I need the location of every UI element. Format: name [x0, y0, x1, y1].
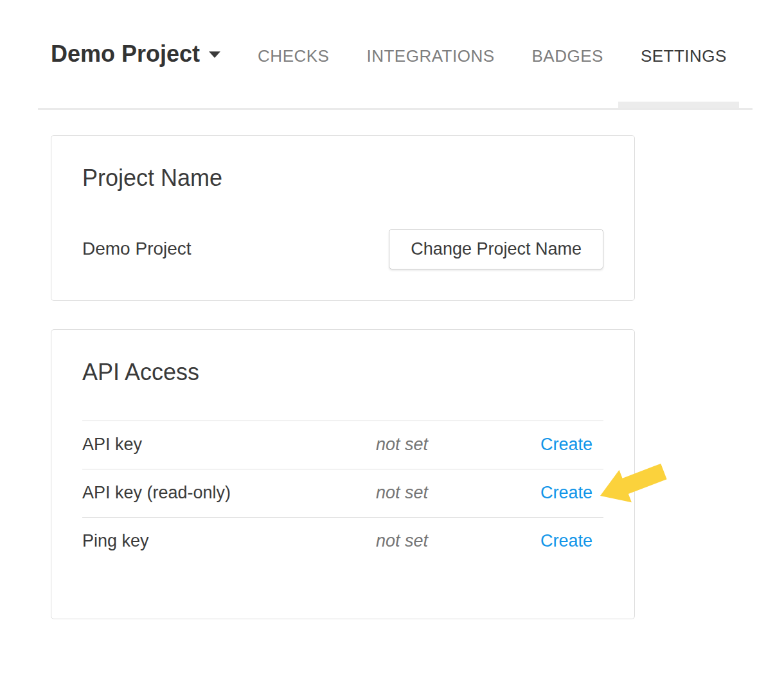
caret-down-icon [209, 51, 220, 58]
tab-settings[interactable]: SETTINGS [641, 48, 727, 64]
project-switcher-label: Demo Project [51, 41, 200, 67]
create-ping-key-link[interactable]: Create [540, 531, 592, 551]
create-readonly-api-key-link[interactable]: Create [540, 483, 592, 503]
project-name-card: Project Name Demo Project Change Project… [51, 135, 635, 301]
api-keys-table: API key not set Create API key (read-onl… [82, 421, 603, 565]
tab-checks[interactable]: CHECKS [258, 48, 329, 64]
table-row-api-key: API key not set Create [82, 421, 603, 469]
project-switcher[interactable]: Demo Project [51, 42, 220, 66]
change-project-name-button[interactable]: Change Project Name [389, 229, 603, 269]
top-navigation: Demo Project CHECKS INTEGRATIONS BADGES … [0, 0, 784, 66]
current-project-name: Demo Project [82, 239, 192, 259]
tab-badges[interactable]: BADGES [532, 48, 603, 64]
api-access-card-title: API Access [82, 359, 603, 385]
row-value: not set [376, 531, 540, 551]
project-tabs: CHECKS INTEGRATIONS BADGES SETTINGS [258, 48, 727, 64]
row-label: API key [82, 435, 376, 455]
table-row-ping-key: Ping key not set Create [82, 517, 603, 565]
row-label: Ping key [82, 531, 376, 551]
header-divider [38, 108, 753, 110]
row-value: not set [376, 483, 540, 503]
table-row-api-key-read-only: API key (read-only) not set Create [82, 469, 603, 517]
project-name-row: Demo Project Change Project Name [82, 229, 603, 269]
api-access-card: API Access API key not set Create API ke… [51, 329, 635, 619]
row-label: API key (read-only) [82, 483, 376, 503]
create-api-key-link[interactable]: Create [540, 435, 592, 455]
tab-integrations[interactable]: INTEGRATIONS [366, 48, 494, 64]
row-value: not set [376, 435, 540, 455]
project-settings-page: Demo Project CHECKS INTEGRATIONS BADGES … [0, 0, 784, 681]
project-name-card-title: Project Name [82, 165, 603, 191]
